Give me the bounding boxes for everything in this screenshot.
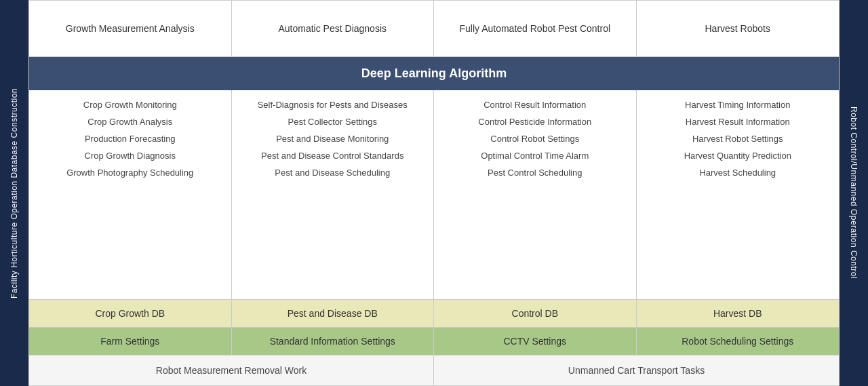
header-cell-robot-pest: Fully Automated Robot Pest Control: [434, 1, 637, 56]
db-cell-harvest: Harvest DB: [637, 300, 840, 327]
content-item: Harvest Timing Information: [685, 100, 790, 111]
bottom-cell-unmanned-cart: Unmanned Cart Transport Tasks: [434, 355, 839, 385]
content-item: Pest and Disease Control Standards: [261, 151, 403, 162]
settings-cell-robot-scheduling: Robot Scheduling Settings: [637, 328, 840, 355]
left-sidebar: Facility Horticulture Operation Database…: [0, 0, 28, 386]
main-content: Growth Measurement Analysis Automatic Pe…: [28, 0, 840, 386]
settings-cell-farm: Farm Settings: [29, 328, 232, 355]
bottom-cell-robot-removal: Robot Measurement Removal Work: [29, 355, 434, 385]
content-item: Harvest Quantity Prediction: [684, 151, 791, 162]
content-item: Self-Diagnosis for Pests and Diseases: [258, 100, 408, 111]
content-item: Pest and Disease Monitoring: [276, 134, 389, 145]
content-item: Pest Collector Settings: [288, 117, 377, 128]
content-item: Pest and Disease Scheduling: [275, 168, 390, 179]
content-item: Crop Growth Analysis: [87, 117, 172, 128]
right-sidebar-label: Robot Control/Unmanned Operation Control: [849, 107, 859, 279]
left-sidebar-label: Facility Horticulture Operation Database…: [9, 88, 19, 298]
content-item: Control Robot Settings: [490, 134, 579, 145]
content-col-4: Harvest Timing Information Harvest Resul…: [637, 90, 840, 299]
right-sidebar: Robot Control/Unmanned Operation Control: [840, 0, 868, 386]
header-cell-pest-diagnosis: Automatic Pest Diagnosis: [232, 1, 435, 56]
bottom-row: Robot Measurement Removal Work Unmanned …: [29, 355, 839, 385]
settings-row: Farm Settings Standard Information Setti…: [29, 328, 839, 355]
db-cell-control: Control DB: [434, 300, 637, 327]
header-row: Growth Measurement Analysis Automatic Pe…: [29, 1, 839, 57]
settings-cell-standard: Standard Information Settings: [232, 328, 435, 355]
content-item: Growth Photography Scheduling: [66, 168, 193, 179]
content-item: Control Result Information: [484, 100, 586, 111]
header-cell-harvest-robots: Harvest Robots: [637, 1, 840, 56]
content-item: Optimal Control Time Alarm: [481, 151, 589, 162]
content-item: Production Forecasting: [85, 134, 176, 145]
content-item: Control Pesticide Information: [478, 117, 591, 128]
db-cell-crop: Crop Growth DB: [29, 300, 232, 327]
db-row: Crop Growth DB Pest and Disease DB Contr…: [29, 300, 839, 328]
settings-cell-cctv: CCTV Settings: [434, 328, 637, 355]
algorithm-banner: Deep Learning Algorithm: [29, 57, 839, 90]
content-grid: Crop Growth Monitoring Crop Growth Analy…: [29, 90, 839, 300]
content-col-1: Crop Growth Monitoring Crop Growth Analy…: [29, 90, 232, 299]
content-item: Crop Growth Diagnosis: [85, 151, 176, 162]
content-item: Crop Growth Monitoring: [83, 100, 177, 111]
content-item: Harvest Scheduling: [699, 168, 776, 179]
content-item: Harvest Result Information: [686, 117, 790, 128]
content-col-3: Control Result Information Control Pesti…: [434, 90, 637, 299]
header-cell-growth: Growth Measurement Analysis: [29, 1, 232, 56]
content-col-2: Self-Diagnosis for Pests and Diseases Pe…: [232, 90, 435, 299]
content-item: Harvest Robot Settings: [692, 134, 783, 145]
db-cell-pest: Pest and Disease DB: [232, 300, 435, 327]
content-item: Pest Control Scheduling: [488, 168, 582, 179]
outer-wrapper: Facility Horticulture Operation Database…: [0, 0, 868, 386]
